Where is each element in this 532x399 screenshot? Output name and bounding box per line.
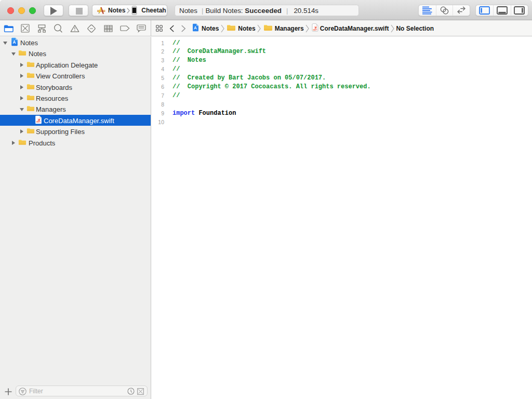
- svg-text:SWIFT: SWIFT: [36, 121, 41, 123]
- svg-text:SWIFT: SWIFT: [313, 29, 317, 31]
